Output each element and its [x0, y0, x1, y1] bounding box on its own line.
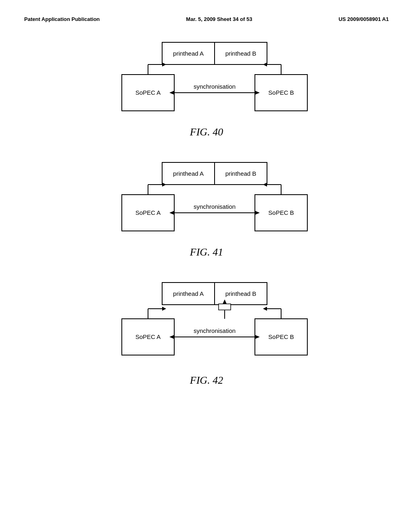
- header-left: Patent Application Publication: [24, 16, 100, 22]
- svg-text:printhead B: printhead B: [225, 290, 257, 297]
- svg-text:printhead B: printhead B: [225, 50, 257, 57]
- svg-text:SoPEC A: SoPEC A: [136, 333, 161, 340]
- svg-text:printhead A: printhead A: [173, 170, 204, 177]
- svg-rect-51: [219, 304, 231, 310]
- svg-text:SoPEC B: SoPEC B: [268, 89, 294, 96]
- fig41-label: FIG. 41: [190, 246, 223, 258]
- page: Patent Application Publication Mar. 5, 2…: [0, 0, 413, 532]
- figure-41: printhead A printhead B SoPEC A SoPEC B …: [24, 154, 389, 258]
- header-center: Mar. 5, 2009 Sheet 34 of 53: [186, 16, 252, 22]
- svg-text:printhead A: printhead A: [173, 50, 204, 57]
- figure-42: printhead A printhead B SoPEC A SoPEC B: [24, 274, 389, 387]
- svg-text:SoPEC B: SoPEC B: [268, 333, 294, 340]
- diagram-41: printhead A printhead B SoPEC A SoPEC B …: [81, 154, 332, 243]
- svg-marker-46: [162, 307, 166, 311]
- diagram-40: printhead A printhead B SoPEC A SoPEC B: [81, 34, 332, 123]
- figure-40: printhead A printhead B SoPEC A SoPEC B: [24, 34, 389, 138]
- fig42-label: FIG. 42: [190, 374, 223, 387]
- page-header: Patent Application Publication Mar. 5, 2…: [24, 16, 389, 22]
- svg-text:synchronisation: synchronisation: [194, 83, 236, 90]
- svg-text:synchronisation: synchronisation: [194, 203, 236, 210]
- svg-text:SoPEC A: SoPEC A: [136, 89, 161, 96]
- header-right: US 2009/0058901 A1: [338, 16, 389, 22]
- svg-text:printhead B: printhead B: [225, 170, 257, 177]
- fig40-label: FIG. 40: [190, 126, 223, 138]
- diagram-42: printhead A printhead B SoPEC A SoPEC B: [81, 274, 332, 371]
- svg-text:SoPEC B: SoPEC B: [268, 209, 294, 216]
- svg-text:SoPEC A: SoPEC A: [136, 209, 161, 216]
- svg-text:printhead A: printhead A: [173, 290, 204, 297]
- svg-marker-49: [263, 307, 267, 311]
- svg-text:synchronisation: synchronisation: [194, 327, 236, 334]
